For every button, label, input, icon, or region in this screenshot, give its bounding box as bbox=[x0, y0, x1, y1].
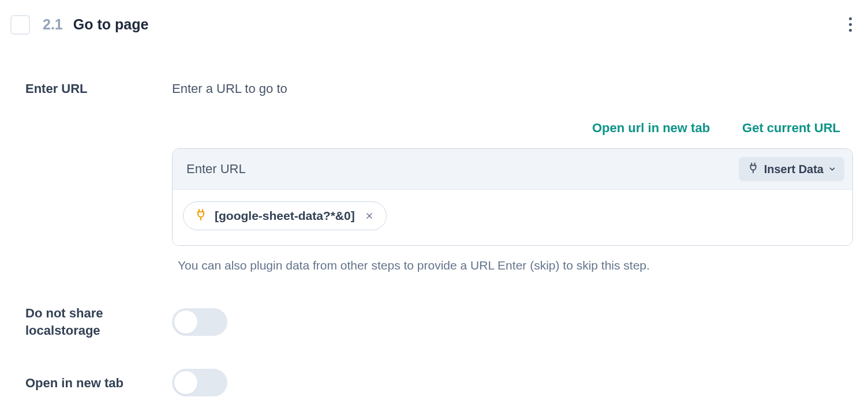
open-url-new-tab-link[interactable]: Open url in new tab bbox=[592, 121, 710, 136]
insert-data-label: Insert Data bbox=[764, 163, 824, 176]
step-number: 2.1 bbox=[43, 16, 63, 33]
toggle-knob bbox=[174, 371, 197, 394]
no-share-localstorage-toggle[interactable] bbox=[172, 308, 227, 336]
data-chip[interactable]: [google-sheet-data?*&0] bbox=[183, 201, 387, 230]
url-input-header: Enter URL Insert Data bbox=[173, 149, 852, 190]
toggle-knob bbox=[174, 310, 197, 334]
plug-icon bbox=[747, 162, 760, 177]
plug-icon bbox=[194, 208, 208, 224]
no-share-localstorage-label: Do not share localstorage bbox=[25, 305, 155, 339]
data-chip-label: [google-sheet-data?*&0] bbox=[215, 209, 355, 223]
url-help-text: You can also plugin data from other step… bbox=[172, 259, 853, 272]
step-header: 2.1 Go to page bbox=[10, 14, 855, 35]
insert-data-button[interactable]: Insert Data bbox=[739, 157, 844, 181]
url-input-box: Enter URL Insert Data bbox=[172, 148, 853, 246]
url-input-title: Enter URL bbox=[186, 162, 246, 177]
get-current-url-link[interactable]: Get current URL bbox=[742, 121, 840, 136]
url-input-body[interactable]: [google-sheet-data?*&0] bbox=[173, 190, 852, 245]
toggle-row-localstorage: Do not share localstorage bbox=[10, 305, 855, 339]
open-new-tab-label: Open in new tab bbox=[25, 375, 155, 392]
open-new-tab-toggle[interactable] bbox=[172, 369, 227, 396]
toggle-row-newtab: Open in new tab bbox=[10, 369, 855, 396]
step-title: Go to page bbox=[73, 16, 149, 33]
enter-url-description: Enter a URL to go to bbox=[172, 81, 853, 96]
more-menu-button[interactable] bbox=[845, 14, 855, 35]
step-header-left: 2.1 Go to page bbox=[10, 15, 148, 35]
chevron-down-icon bbox=[828, 165, 836, 173]
step-checkbox[interactable] bbox=[10, 15, 30, 35]
url-action-links: Open url in new tab Get current URL bbox=[172, 121, 853, 136]
url-section: Enter URL Enter a URL to go to Open url … bbox=[10, 81, 855, 305]
enter-url-label: Enter URL bbox=[25, 81, 155, 96]
chip-remove-button[interactable] bbox=[364, 211, 375, 221]
